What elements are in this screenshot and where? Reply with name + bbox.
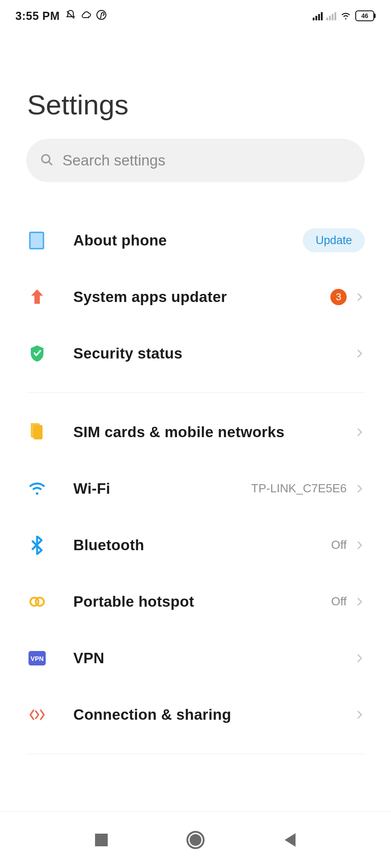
update-badge[interactable]: Update	[303, 228, 365, 252]
row-portable-hotspot[interactable]: Portable hotspot Off	[0, 573, 391, 630]
row-sim-cards[interactable]: SIM cards & mobile networks	[0, 404, 391, 460]
row-label: Bluetooth	[73, 537, 331, 554]
svg-point-9	[190, 834, 201, 846]
navigation-bar	[0, 811, 391, 868]
connection-sharing-icon	[26, 707, 48, 723]
divider	[26, 754, 365, 754]
search-input[interactable]	[62, 152, 351, 169]
battery-level: 46	[361, 12, 368, 19]
row-connection-sharing[interactable]: Connection & sharing	[0, 686, 391, 743]
content-area: Settings About phone Update	[0, 32, 391, 811]
battery-icon: 46	[355, 10, 376, 21]
row-vpn[interactable]: VPN VPN	[0, 630, 391, 686]
hotspot-icon	[26, 594, 48, 609]
row-value: Off	[331, 594, 347, 609]
recent-apps-button[interactable]	[74, 822, 129, 858]
page-title: Settings	[0, 32, 391, 139]
status-icons-left	[65, 9, 107, 22]
cloud-icon	[81, 10, 91, 22]
svg-rect-7	[95, 834, 108, 846]
notifications-off-icon	[65, 9, 76, 22]
svg-text:VPN: VPN	[31, 655, 44, 662]
settings-list: About phone Update System apps updater 3	[0, 201, 391, 754]
row-label: Portable hotspot	[73, 593, 331, 610]
sim-icon	[26, 423, 48, 441]
status-bar-right: 46	[313, 10, 376, 21]
chevron-right-icon	[355, 710, 365, 720]
search-container	[26, 139, 365, 182]
bluetooth-icon	[26, 536, 48, 555]
row-label: About phone	[73, 232, 303, 249]
chevron-right-icon	[355, 484, 365, 494]
chevron-right-icon	[355, 653, 365, 663]
about-phone-icon	[26, 231, 48, 250]
settings-group: About phone Update System apps updater 3	[0, 201, 391, 392]
row-label: SIM cards & mobile networks	[73, 424, 355, 441]
row-label: System apps updater	[73, 288, 330, 306]
settings-group: SIM cards & mobile networks Wi-Fi TP-LIN…	[0, 393, 391, 754]
chevron-right-icon	[355, 540, 365, 550]
row-label: Security status	[73, 345, 355, 362]
chevron-right-icon	[355, 292, 365, 302]
vpn-icon: VPN	[26, 651, 48, 665]
status-bar: 3:55 PM	[0, 0, 391, 32]
row-value: Off	[331, 538, 347, 552]
signal-strong-icon	[313, 11, 323, 20]
row-label: Connection & sharing	[73, 706, 355, 723]
row-security-status[interactable]: Security status	[0, 325, 391, 382]
back-button[interactable]	[262, 822, 317, 858]
home-button[interactable]	[168, 822, 223, 858]
row-value: TP-LINK_C7E5E6	[251, 481, 347, 495]
chevron-right-icon	[355, 597, 365, 607]
search-bar[interactable]	[26, 139, 365, 182]
row-system-apps-updater[interactable]: System apps updater 3	[0, 269, 391, 325]
status-time: 3:55 PM	[15, 9, 60, 23]
chevron-right-icon	[355, 427, 365, 437]
signal-weak-icon	[326, 11, 336, 20]
pinterest-icon	[96, 9, 107, 22]
count-badge: 3	[330, 289, 347, 305]
svg-rect-2	[30, 232, 43, 249]
row-label: VPN	[73, 650, 355, 667]
shield-check-icon	[26, 344, 48, 363]
row-label: Wi-Fi	[73, 480, 251, 497]
updater-icon	[26, 288, 48, 306]
row-bluetooth[interactable]: Bluetooth Off	[0, 517, 391, 573]
chevron-right-icon	[355, 349, 365, 359]
wifi-settings-icon	[26, 481, 48, 496]
status-bar-left: 3:55 PM	[15, 9, 107, 23]
svg-point-4	[36, 598, 44, 606]
row-about-phone[interactable]: About phone Update	[0, 212, 391, 269]
row-wifi[interactable]: Wi-Fi TP-LINK_C7E5E6	[0, 460, 391, 517]
wifi-icon	[340, 11, 352, 20]
search-icon	[40, 153, 53, 168]
